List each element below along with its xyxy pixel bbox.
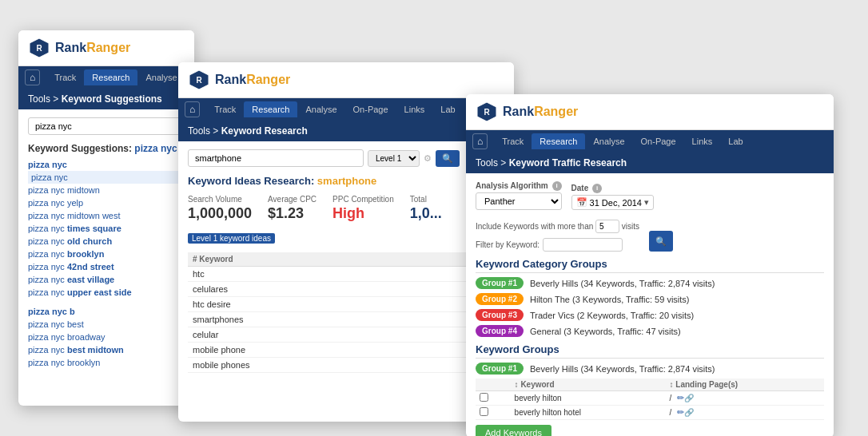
algo-group: Analysis Algorithm i Panther (476, 181, 562, 210)
algo-select[interactable]: Panther (476, 192, 562, 210)
table-row: mobile phone (188, 343, 504, 358)
link-icon-1[interactable]: 🔗 (684, 394, 694, 402)
sub-col-pages: ↕ Landing Page(s) (666, 379, 824, 391)
kw-item-8[interactable]: pizza nyc east village (28, 273, 185, 286)
search-input-win2[interactable] (188, 149, 364, 167)
stat-search-value: 1,000,000 (188, 205, 252, 222)
kw-item-0[interactable]: pizza nyc (28, 171, 185, 184)
nav-tab-research-win2[interactable]: Research (244, 101, 297, 117)
logo-rank-win3: Rank (503, 105, 534, 119)
cat-group-desc-1: Beverly Hills (34 Keywords, Traffic: 2,8… (530, 279, 715, 288)
table-row: mobile phones (188, 358, 504, 373)
stat-total-value: 1,0... (410, 205, 442, 222)
kw-cell-2: beverly hilton hotel (511, 406, 666, 420)
kw-group-badge-1[interactable]: Group #1 (476, 363, 524, 375)
kw-item-7[interactable]: pizza nyc 42nd street (28, 260, 185, 273)
nav-tab-links-win2[interactable]: Links (396, 101, 433, 117)
date-info-icon: i (592, 184, 602, 193)
cat-group-desc-2: Hilton The (3 Keywords, Traffic: 59 visi… (530, 295, 690, 304)
nav-tab-onpage-win2[interactable]: On-Page (345, 101, 396, 117)
stat-cpc-value: $1.23 (268, 205, 317, 222)
visits-input[interactable] (595, 220, 619, 233)
add-keywords-button[interactable]: Add Keywords (476, 425, 551, 436)
date-value: 31 Dec, 2014 (590, 198, 642, 208)
stat-search-volume: Search Volume 1,000,000 (188, 195, 252, 222)
logo-ranger-win3: Ranger (534, 105, 578, 119)
cat-group-badge-1[interactable]: Group #1 (476, 277, 524, 289)
kw-item-b3[interactable]: pizza nyc best midtown (28, 343, 185, 356)
page-title-win1: Keyword Suggestions (62, 93, 162, 105)
stat-cpc-label: Average CPC (268, 195, 317, 204)
rankranger-logo-icon: R (28, 37, 50, 59)
level-badge-container: Level 1 keyword ideas (188, 230, 504, 248)
nav-tab-track[interactable]: Track (46, 69, 84, 85)
edit-icon-2[interactable]: ✏ (677, 407, 684, 417)
settings-icon-win2[interactable]: ⚙ (424, 153, 432, 164)
table-row: smartphones (188, 312, 504, 327)
kw-item-1[interactable]: pizza nyc midtown (28, 184, 185, 196)
nav-bar-win1: ⌂ Track Research Analyse On-Page (18, 66, 194, 89)
content-win3: Analysis Algorithm i Panther Date i 📅 31… (466, 173, 834, 436)
kw-item-2[interactable]: pizza nyc yelp (28, 196, 185, 209)
nav-tab-lab-win3[interactable]: Lab (720, 133, 751, 149)
sub-col-check (476, 379, 511, 391)
date-dropdown-arrow[interactable]: ▾ (644, 197, 649, 208)
filter-keyword-input[interactable] (543, 238, 623, 252)
kw-item-5[interactable]: pizza nyc old church (28, 235, 185, 248)
table-row: htc (188, 267, 504, 282)
row-checkbox-1[interactable] (480, 393, 488, 402)
stat-ppc-value: High (332, 205, 394, 222)
table-row: beverly hilton hotel / ✏🔗 (476, 406, 824, 420)
svg-text:R: R (484, 108, 490, 117)
edit-icon-1[interactable]: ✏ (677, 393, 684, 402)
row-checkbox-2[interactable] (480, 407, 488, 416)
kw-item-4[interactable]: pizza nyc times square (28, 222, 185, 235)
rankranger-logo-icon-win3: R (476, 101, 498, 123)
nav-tab-track-win3[interactable]: Track (494, 133, 532, 149)
nav-tab-research-win3[interactable]: Research (532, 133, 585, 149)
kw-item-b4[interactable]: pizza nyc brooklyn (28, 356, 185, 369)
kw-table-win2: # Keyword htc celulares htc desire smart… (188, 252, 504, 373)
stat-total-label: Total (410, 195, 442, 204)
window-keyword-suggestions: R RankRanger ⌂ Track Research Analyse On… (18, 30, 194, 406)
home-icon[interactable]: ⌂ (25, 69, 40, 85)
nav-tab-analyse-win2[interactable]: Analyse (297, 101, 344, 117)
search-button-win3[interactable]: 🔍 (649, 231, 673, 252)
logo-ranger: Ranger (86, 41, 130, 55)
cat-group-badge-4[interactable]: Group #4 (476, 325, 524, 337)
kw-item-3[interactable]: pizza nyc midtown west (28, 209, 185, 222)
date-input[interactable]: 📅 31 Dec, 2014 ▾ (571, 195, 654, 210)
nav-tab-lab-win2[interactable]: Lab (432, 101, 463, 117)
date-label: Date i (571, 184, 654, 193)
nav-bar-win2: ⌂ Track Research Analyse On-Page Links L… (178, 98, 514, 121)
kw-item-6[interactable]: pizza nyc brooklyn (28, 248, 185, 260)
cat-group-badge-3[interactable]: Group #3 (476, 309, 524, 321)
home-icon-win2[interactable]: ⌂ (185, 101, 200, 117)
filter-row: Analysis Algorithm i Panther Date i 📅 31… (476, 181, 824, 252)
kw-item-b2[interactable]: pizza nyc broadway (28, 331, 185, 343)
home-icon-win3[interactable]: ⌂ (472, 133, 488, 149)
logo-bar-win2: R RankRanger (178, 62, 514, 98)
nav-tab-analyse-win3[interactable]: Analyse (585, 133, 632, 149)
date-group: Date i 📅 31 Dec, 2014 ▾ (571, 184, 654, 210)
level-badge: Level 1 keyword ideas (188, 233, 275, 244)
search-button-win2[interactable]: 🔍 (436, 150, 460, 167)
nav-tab-links-win3[interactable]: Links (684, 133, 721, 149)
nav-tab-research[interactable]: Research (84, 69, 137, 85)
search-input-win1[interactable] (28, 117, 185, 135)
stats-row-win2: Search Volume 1,000,000 Average CPC $1.2… (188, 195, 504, 222)
cat-groups-title: Keyword Category Groups (476, 258, 824, 273)
kw-item-9[interactable]: pizza nyc upper east side (28, 286, 185, 299)
svg-text:R: R (196, 76, 202, 85)
cat-group-badge-2[interactable]: Group #2 (476, 293, 524, 305)
page-header-win1: Tools > Keyword Suggestions (18, 89, 194, 109)
nav-tab-track-win2[interactable]: Track (206, 101, 244, 117)
stat-ppc-label: PPC Competition (332, 195, 394, 204)
level-select-win2[interactable]: Level 1 (368, 150, 420, 167)
link-icon-2[interactable]: 🔗 (684, 408, 694, 417)
kw-suggestions-title: Keyword Suggestions: pizza nyc (28, 143, 185, 154)
page-header-win3: Tools > Keyword Traffic Research (466, 153, 834, 173)
nav-tab-onpage-win3[interactable]: On-Page (633, 133, 684, 149)
kw-item-b1[interactable]: pizza nyc best (28, 318, 185, 331)
rankranger-logo-icon-win2: R (188, 69, 210, 91)
